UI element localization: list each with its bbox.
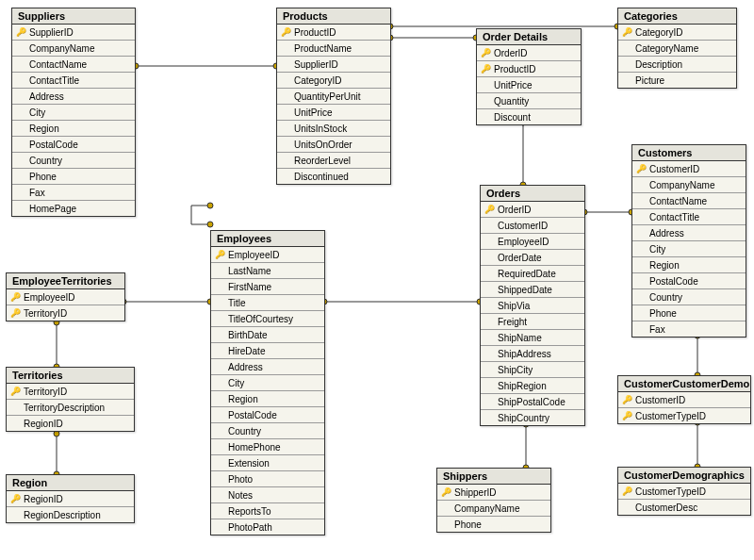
column-row[interactable]: Address	[12, 89, 135, 105]
column-row[interactable]: City	[632, 241, 746, 257]
column-row[interactable]: 🔑TerritoryID	[7, 305, 124, 321]
column-row[interactable]: ShipRegion	[481, 378, 584, 394]
column-row[interactable]: ContactTitle	[12, 73, 135, 89]
column-row[interactable]: UnitPrice	[277, 105, 390, 121]
column-row[interactable]: 🔑SupplierID	[12, 25, 135, 41]
column-row[interactable]: City	[12, 105, 135, 121]
column-row[interactable]: RequiredDate	[481, 266, 584, 282]
column-row[interactable]: Discount	[477, 109, 581, 124]
column-row[interactable]: ReportsTo	[211, 503, 324, 519]
entity-employee-territories[interactable]: EmployeeTerritories 🔑EmployeeID🔑Territor…	[6, 272, 125, 321]
entity-header[interactable]: Suppliers	[12, 8, 135, 25]
column-row[interactable]: CustomerID	[481, 218, 584, 234]
column-row[interactable]: Address	[632, 225, 746, 241]
column-row[interactable]: PostalCode	[12, 137, 135, 153]
column-row[interactable]: Country	[12, 153, 135, 169]
entity-header[interactable]: Shippers	[437, 469, 550, 485]
column-row[interactable]: Phone	[12, 169, 135, 185]
column-row[interactable]: 🔑TerritoryID	[7, 384, 134, 400]
entity-orders[interactable]: Orders 🔑OrderIDCustomerIDEmployeeIDOrder…	[480, 185, 585, 426]
entity-customer-customer-demo[interactable]: CustomerCustomerDemo 🔑CustomerID🔑Custome…	[617, 375, 751, 424]
column-row[interactable]: PostalCode	[632, 273, 746, 289]
entity-header[interactable]: Orders	[481, 186, 584, 202]
column-row[interactable]: OrderDate	[481, 250, 584, 266]
column-row[interactable]: QuantityPerUnit	[277, 89, 390, 105]
column-row[interactable]: 🔑OrderID	[477, 45, 581, 61]
column-row[interactable]: Description	[618, 57, 736, 73]
column-row[interactable]: EmployeeID	[481, 234, 584, 250]
column-row[interactable]: 🔑EmployeeID	[211, 247, 324, 263]
column-row[interactable]: City	[211, 375, 324, 391]
column-row[interactable]: Phone	[632, 305, 746, 321]
column-row[interactable]: BirthDate	[211, 327, 324, 343]
column-row[interactable]: Country	[632, 289, 746, 305]
column-row[interactable]: ShipCountry	[481, 410, 584, 425]
column-row[interactable]: TerritoryDescription	[7, 400, 134, 416]
column-row[interactable]: SupplierID	[277, 57, 390, 73]
entity-employees[interactable]: Employees 🔑EmployeeIDLastNameFirstNameTi…	[210, 230, 325, 535]
column-row[interactable]: Region	[211, 391, 324, 407]
column-row[interactable]: ShipPostalCode	[481, 394, 584, 410]
column-row[interactable]: 🔑CustomerTypeID	[618, 484, 750, 500]
column-row[interactable]: LastName	[211, 263, 324, 279]
column-row[interactable]: RegionDescription	[7, 507, 134, 522]
column-row[interactable]: Picture	[618, 73, 736, 88]
column-row[interactable]: ShipVia	[481, 298, 584, 314]
entity-header[interactable]: Employees	[211, 231, 324, 247]
column-row[interactable]: Phone	[437, 517, 550, 532]
column-row[interactable]: ShippedDate	[481, 282, 584, 298]
column-row[interactable]: UnitsInStock	[277, 121, 390, 137]
column-row[interactable]: 🔑ProductID	[477, 61, 581, 77]
column-row[interactable]: Quantity	[477, 93, 581, 109]
column-row[interactable]: Discontinued	[277, 169, 390, 184]
column-row[interactable]: PostalCode	[211, 407, 324, 423]
column-row[interactable]: RegionID	[7, 416, 134, 431]
column-row[interactable]: CompanyName	[12, 41, 135, 57]
column-row[interactable]: ShipName	[481, 330, 584, 346]
column-row[interactable]: UnitsOnOrder	[277, 137, 390, 153]
column-row[interactable]: HomePhone	[211, 439, 324, 455]
entity-order-details[interactable]: Order Details 🔑OrderID🔑ProductIDUnitPric…	[476, 28, 582, 125]
entity-suppliers[interactable]: Suppliers 🔑SupplierIDCompanyNameContactN…	[11, 8, 136, 217]
column-row[interactable]: ShipAddress	[481, 346, 584, 362]
column-row[interactable]: CategoryName	[618, 41, 736, 57]
entity-header[interactable]: Territories	[7, 368, 134, 384]
column-row[interactable]: Notes	[211, 487, 324, 503]
column-row[interactable]: 🔑RegionID	[7, 491, 134, 507]
entity-customer-demographics[interactable]: CustomerDemographics 🔑CustomerTypeIDCust…	[617, 467, 751, 516]
column-row[interactable]: CustomerDesc	[618, 500, 750, 515]
column-row[interactable]: PhotoPath	[211, 519, 324, 535]
column-row[interactable]: HireDate	[211, 343, 324, 359]
column-row[interactable]: 🔑ProductID	[277, 25, 390, 41]
column-row[interactable]: TitleOfCourtesy	[211, 311, 324, 327]
entity-products[interactable]: Products 🔑ProductIDProductNameSupplierID…	[276, 8, 391, 185]
column-row[interactable]: ShipCity	[481, 362, 584, 378]
column-row[interactable]: 🔑CustomerID	[618, 392, 750, 408]
entity-header[interactable]: Customers	[632, 145, 746, 161]
column-row[interactable]: Country	[211, 423, 324, 439]
column-row[interactable]: 🔑CustomerTypeID	[618, 408, 750, 423]
entity-header[interactable]: CustomerDemographics	[618, 468, 750, 484]
column-row[interactable]: Region	[12, 121, 135, 137]
column-row[interactable]: Fax	[632, 321, 746, 337]
column-row[interactable]: Fax	[12, 185, 135, 201]
column-row[interactable]: ContactName	[12, 57, 135, 73]
entity-region[interactable]: Region 🔑RegionIDRegionDescription	[6, 474, 135, 523]
entity-header[interactable]: Order Details	[477, 29, 581, 45]
column-row[interactable]: Title	[211, 295, 324, 311]
column-row[interactable]: ReorderLevel	[277, 153, 390, 169]
column-row[interactable]: ContactName	[632, 193, 746, 209]
column-row[interactable]: ContactTitle	[632, 209, 746, 225]
column-row[interactable]: 🔑CustomerID	[632, 161, 746, 177]
column-row[interactable]: Freight	[481, 314, 584, 330]
column-row[interactable]: CategoryID	[277, 73, 390, 89]
entity-categories[interactable]: Categories 🔑CategoryIDCategoryNameDescri…	[617, 8, 737, 89]
column-row[interactable]: CompanyName	[437, 501, 550, 517]
column-row[interactable]: HomePage	[12, 201, 135, 216]
column-row[interactable]: Photo	[211, 471, 324, 487]
entity-header[interactable]: Region	[7, 475, 134, 491]
column-row[interactable]: Address	[211, 359, 324, 375]
column-row[interactable]: 🔑CategoryID	[618, 25, 736, 41]
entity-shippers[interactable]: Shippers 🔑ShipperIDCompanyNamePhone	[436, 468, 551, 533]
column-row[interactable]: Region	[632, 257, 746, 273]
